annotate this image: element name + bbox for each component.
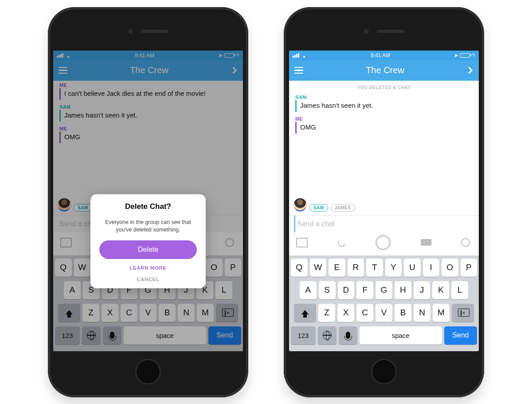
status-time: 9:41 AM	[371, 52, 390, 59]
signal-icon	[57, 53, 63, 58]
key[interactable]: C	[121, 304, 137, 322]
key[interactable]: L	[451, 281, 468, 299]
message-item[interactable]: SAM James hasn't seen it yet.	[289, 93, 479, 114]
keyboard-row-4: 123 space Send	[291, 326, 477, 345]
key[interactable]: F	[356, 281, 373, 299]
message-item[interactable]: ME I can't believe Jack dies at the end …	[53, 81, 243, 102]
mic-key[interactable]	[339, 326, 357, 345]
space-key[interactable]: space	[124, 326, 206, 345]
phone-left: 9:41 AM ➤ ϟ The Crew ME I can't believe …	[48, 7, 248, 397]
presence-pill-james[interactable]: JAMES	[331, 204, 355, 212]
numbers-key[interactable]: 123	[55, 326, 80, 345]
avatar[interactable]	[58, 198, 71, 212]
chevron-right-icon[interactable]	[230, 67, 237, 74]
key[interactable]: X	[102, 304, 118, 322]
message-text: OMG	[295, 122, 473, 133]
presence-pill-sam[interactable]: SAM	[309, 204, 328, 212]
key[interactable]: Z	[82, 304, 99, 322]
key[interactable]: X	[337, 304, 354, 322]
sticker-icon[interactable]	[225, 238, 234, 247]
screen-left: 9:41 AM ➤ ϟ The Crew ME I can't believe …	[53, 51, 243, 351]
phone-speaker-area	[53, 12, 243, 51]
key[interactable]: Z	[318, 304, 335, 322]
message-item[interactable]: ME OMG	[53, 124, 243, 146]
key[interactable]: M	[433, 304, 450, 322]
globe-key[interactable]	[82, 326, 101, 345]
call-icon[interactable]	[336, 237, 347, 247]
key[interactable]: Q	[291, 259, 308, 277]
key[interactable]: B	[159, 304, 176, 322]
delete-button[interactable]: Delete	[99, 240, 197, 259]
menu-icon[interactable]	[59, 67, 67, 74]
globe-key[interactable]	[318, 326, 336, 345]
key[interactable]: G	[376, 281, 392, 299]
wifi-icon	[65, 53, 71, 58]
shift-key[interactable]	[294, 304, 316, 322]
shift-key[interactable]	[58, 304, 80, 322]
numbers-key[interactable]: 123	[291, 326, 316, 345]
key[interactable]: C	[356, 304, 373, 322]
sender-label: ME	[295, 116, 473, 122]
key[interactable]: W	[310, 259, 327, 277]
key[interactable]: K	[432, 281, 449, 299]
key[interactable]: D	[338, 281, 355, 299]
key[interactable]: L	[215, 281, 232, 299]
chat-header: The Crew	[289, 60, 479, 81]
signal-icon	[293, 53, 299, 58]
key[interactable]: V	[140, 304, 156, 322]
key[interactable]: E	[329, 259, 345, 277]
cancel-button[interactable]: CANCEL	[99, 272, 197, 284]
sender-label: ME	[59, 82, 237, 88]
gallery-icon[interactable]	[298, 239, 308, 247]
key[interactable]: T	[366, 259, 383, 277]
modal-body: Everyone in the group can see that you'v…	[99, 219, 197, 234]
key[interactable]: O	[442, 259, 458, 277]
key[interactable]: N	[414, 304, 430, 322]
key[interactable]: B	[395, 304, 411, 322]
key[interactable]: A	[300, 281, 317, 299]
screen-right: 9:41 AM ➤ ϟ The Crew YOU DELETED A CHAT …	[289, 51, 479, 351]
key[interactable]: Q	[55, 259, 72, 277]
keyboard-row-4: 123 space Send	[55, 326, 241, 345]
key[interactable]: O	[206, 259, 223, 277]
chevron-right-icon[interactable]	[466, 67, 473, 74]
learn-more-link[interactable]: LEARN MORE	[99, 259, 197, 272]
key[interactable]: M	[197, 304, 214, 322]
keyboard-row-1: Q W E R T Y U I O P	[291, 259, 477, 277]
compose-tools	[289, 232, 479, 255]
key[interactable]: P	[461, 259, 477, 277]
home-button[interactable]	[135, 359, 161, 384]
key[interactable]: P	[225, 259, 242, 277]
key[interactable]: R	[348, 259, 364, 277]
key[interactable]: I	[423, 259, 440, 277]
wifi-icon	[301, 53, 307, 58]
backspace-key[interactable]: ×	[216, 304, 238, 322]
send-key[interactable]: Send	[208, 326, 241, 345]
avatar[interactable]	[293, 198, 307, 212]
message-item[interactable]: SAM James hasn't seen it yet.	[53, 102, 243, 124]
keyboard[interactable]: Q W E R T Y U I O P A S D F G H J K L	[289, 255, 479, 351]
key[interactable]: Y	[385, 259, 402, 277]
video-icon[interactable]	[421, 239, 431, 246]
key[interactable]: A	[64, 281, 81, 299]
key[interactable]: N	[178, 304, 195, 322]
space-key[interactable]: space	[360, 326, 442, 345]
key[interactable]: U	[404, 259, 421, 277]
key[interactable]: S	[319, 281, 336, 299]
presence-pill-sam[interactable]: SAM	[74, 204, 92, 212]
key[interactable]: H	[395, 281, 411, 299]
message-item[interactable]: ME OMG	[289, 114, 479, 136]
send-key[interactable]: Send	[444, 326, 477, 345]
key[interactable]: V	[376, 304, 392, 322]
menu-icon[interactable]	[294, 67, 303, 74]
gallery-icon[interactable]	[62, 239, 72, 247]
camera-shutter-icon[interactable]	[376, 235, 391, 250]
chat-input[interactable]	[294, 216, 479, 232]
key[interactable]: W	[74, 259, 91, 277]
chat-body-right[interactable]: YOU DELETED A CHAT SAM James hasn't seen…	[289, 81, 479, 215]
sticker-icon[interactable]	[461, 238, 470, 247]
mic-key[interactable]	[103, 326, 121, 345]
home-button[interactable]	[371, 359, 397, 384]
backspace-key[interactable]: ×	[452, 304, 474, 322]
key[interactable]: J	[414, 281, 430, 299]
